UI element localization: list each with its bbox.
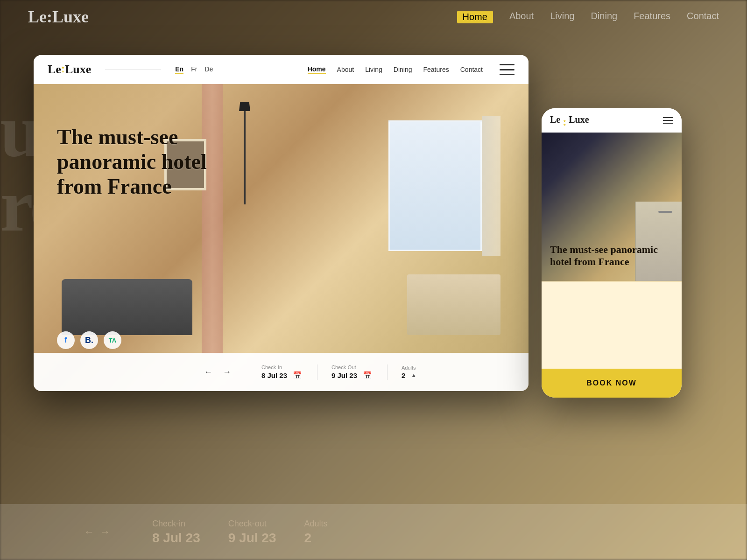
booking-bar: ← → Check-in 8 Jul 23 📅 Check-out 9 Jul … [34,353,529,391]
checkout-field[interactable]: Check-out 9 Jul 23 📅 [317,364,388,380]
mobile-text-bg [542,281,682,369]
calendar-icon-checkout: 📅 [363,371,372,380]
lang-en[interactable]: En [175,65,183,74]
bg-nav-features: Features [634,11,670,23]
adults-field[interactable]: Adults 2 ▲ [388,365,458,379]
bg-nav-home: Home [457,11,493,23]
bg-nav-links: Home About Living Dining Features Contac… [457,11,719,23]
checkout-label: Check-out [331,364,373,370]
adults-label: Adults [402,365,444,371]
lang-fr[interactable]: Fr [191,65,197,74]
mobile-logo: Le Luxe [550,114,589,127]
hamburger-line-2 [500,69,514,70]
adults-value: 2 [402,371,405,379]
mobile-hamburger-menu[interactable] [663,117,673,124]
next-arrow[interactable]: → [220,366,233,379]
booking-icon: B. [85,336,93,345]
nav-home[interactable]: Home [308,65,326,74]
desktop-header: Le Luxe En Fr De Home About Living Dinin… [34,55,529,84]
carousel-nav: ← → [202,366,233,379]
mobile-ham-line-3 [663,123,673,124]
facebook-icon: f [64,336,67,344]
background-nav: Le:Luxe Home About Living Dining Feature… [0,0,747,34]
checkin-value: 8 Jul 23 [261,371,287,379]
booking-button[interactable]: B. [80,331,98,349]
mobile-hero-title: The must-see panoramic hotel from France [550,244,673,268]
hamburger-line-1 [500,64,514,65]
hamburger-line-3 [500,74,514,75]
tripadvisor-icon: TA [109,337,116,344]
checkin-row: 8 Jul 23 📅 [261,371,303,380]
desktop-nav: Home About Living Dining Features Contac… [308,65,483,74]
nav-dining[interactable]: Dining [394,66,412,73]
nav-features[interactable]: Features [423,66,449,73]
mobile-mockup: Le Luxe The must-see panoramic hotel fro… [542,108,682,398]
checkin-label: Check-in [261,364,303,370]
hero-title: The must-see panoramic hotel from France [57,125,253,199]
bg-nav-dining: Dining [591,11,617,23]
bg-adults: Adults 2 [304,519,327,546]
adults-up-arrow[interactable]: ▲ [411,372,416,379]
prev-arrow[interactable]: ← [202,366,215,379]
bg-checkin: Check-in 8 Jul 23 [152,519,200,546]
book-now-label: BOOK NOW [586,379,637,387]
nav-about[interactable]: About [337,66,354,73]
calendar-icon-checkin: 📅 [293,371,302,380]
lang-selector: En Fr De [175,65,213,74]
adults-row: 2 ▲ [402,371,444,379]
bg-nav-living: Living [550,11,574,23]
bg-nav-contact: Contact [687,11,719,23]
bg-checkout: Check-out 9 Jul 23 [228,519,276,546]
mobile-ham-line-2 [663,120,673,121]
mobile-shower-head [658,211,672,213]
hamburger-menu[interactable] [500,64,514,75]
book-now-button[interactable]: BOOK NOW [542,369,682,398]
mobile-hero-text: The must-see panoramic hotel from France [542,234,682,268]
checkout-value: 9 Jul 23 [331,371,357,379]
desktop-mockup: Le Luxe En Fr De Home About Living Dinin… [34,55,529,391]
nav-contact[interactable]: Contact [460,66,483,73]
facebook-button[interactable]: f [57,331,75,349]
bg-nav-about: About [509,11,534,23]
mobile-header: Le Luxe [542,108,682,133]
mobile-ham-line-1 [663,117,673,118]
nav-living[interactable]: Living [365,66,382,73]
checkout-row: 9 Jul 23 📅 [331,371,373,380]
bg-booking-bar: ← → Check-in 8 Jul 23 Check-out 9 Jul 23… [0,504,747,560]
desktop-logo: Le Luxe [48,63,91,77]
lang-de[interactable]: De [204,65,213,74]
header-divider [105,70,161,70]
bg-logo: Le:Luxe [28,7,89,27]
hero-text-container: The must-see panoramic hotel from France [57,125,253,199]
checkin-field[interactable]: Check-in 8 Jul 23 📅 [247,364,317,380]
social-bar: f B. TA [57,331,121,349]
tripadvisor-button[interactable]: TA [104,331,121,349]
